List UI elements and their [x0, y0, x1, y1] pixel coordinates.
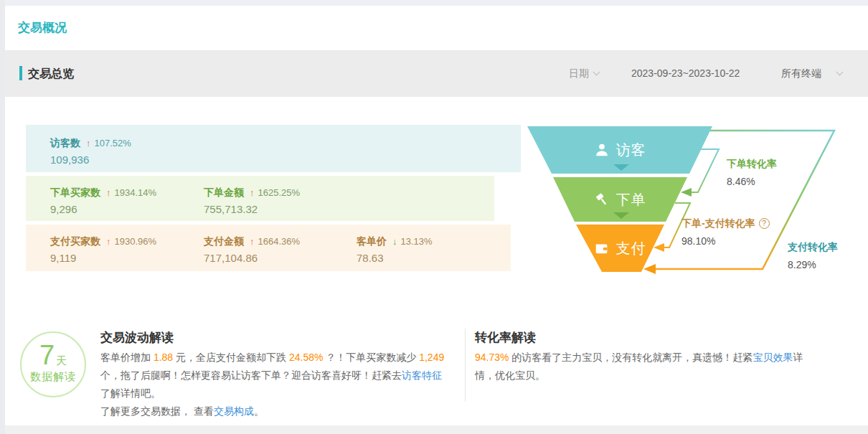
section-accent-bar: [19, 66, 22, 80]
text-segment: ？！下单买家数减少: [323, 352, 419, 363]
window-bottom-strip: [0, 425, 868, 434]
chevron-down-icon: [836, 69, 844, 76]
text-segment: 客单价增加: [100, 352, 154, 363]
highlight-number: 1,249: [419, 352, 444, 363]
funnel-stage-orders: 下单: [524, 188, 716, 211]
insight-paragraph: 94.73% 的访客看了主力宝贝，没有转化就离开，真遗憾！赶紧宝贝效果详情，优化…: [475, 349, 811, 385]
badge-caption: 数据解读: [22, 370, 85, 384]
transaction-overview-page: 交易概况 交易总览 日期 2023-09-23~2023-10-22 所有终端 …: [0, 0, 868, 434]
insight-paragraph: 客单价增加 1.88 元，全店支付金额却下跌 24.58% ？！下单买家数减少 …: [100, 349, 448, 402]
metric-change-pct: 1625.25%: [258, 187, 301, 198]
help-icon[interactable]: ?: [759, 218, 770, 229]
rate-value: 8.46%: [727, 176, 777, 187]
metric-value: 755,713.32: [204, 203, 300, 215]
trend-down-icon: ↓: [392, 236, 397, 247]
metric-value: 9,119: [50, 252, 156, 264]
metric-label: 访客数: [50, 137, 80, 148]
insight-heading-conversion: 转化率解读: [475, 329, 536, 346]
insight-text-conversion: 94.73% 的访客看了主力宝贝，没有转化就离开，真遗憾！赶紧宝贝效果详情，优化…: [475, 349, 811, 385]
metric-change-pct: 1934.14%: [115, 187, 157, 198]
rate-pay-conversion: 支付转化率 8.29%: [788, 241, 838, 270]
metric-label: 下单金额: [204, 187, 244, 198]
page-title: 交易概况: [18, 19, 67, 36]
metrics-row-payments: 支付买家数↑1930.96% 9,119 支付金额↑1664.36% 717,1…: [26, 225, 511, 271]
highlight-number: 1.88: [154, 352, 173, 363]
chevron-down-icon: [593, 69, 600, 76]
highlight-number: 94.73%: [475, 352, 509, 363]
window-left-strip: [0, 0, 5, 434]
metric-label: 下单买家数: [50, 187, 100, 198]
data-period-badge: 7 天 数据解读: [20, 331, 86, 397]
metric-label: 支付买家数: [50, 235, 100, 247]
rate-order-conversion: 下单转化率 8.46%: [727, 158, 777, 187]
metric-visitors: 访客数↑107.52% 109,936: [50, 137, 131, 166]
person-icon: [594, 142, 610, 158]
date-dropdown-label: 日期: [569, 67, 589, 79]
insight-heading-fluctuation: 交易波动解读: [100, 329, 174, 346]
rate-value: 8.29%: [788, 259, 838, 270]
gavel-icon: [594, 192, 610, 207]
text-segment: 元，全店支付金额却下跌: [173, 352, 289, 363]
metric-value: 717,104.86: [204, 252, 300, 264]
trend-up-icon: ↑: [86, 138, 91, 148]
metric-value: 109,936: [50, 154, 131, 166]
rate-value: 98.10%: [681, 235, 770, 247]
wallet-icon: [594, 240, 610, 256]
insight-text-fluctuation: 客单价增加 1.88 元，全店支付金额却下跌 24.58% ？！下单买家数减少 …: [100, 349, 448, 420]
badge-unit: 天: [56, 354, 67, 368]
metric-label: 客单价: [357, 235, 387, 247]
trend-up-icon: ↑: [106, 187, 111, 198]
terminal-dropdown-value: 所有终端: [781, 67, 821, 79]
metric-change-pct: 13.13%: [401, 236, 433, 247]
text-segment: 。: [254, 405, 264, 417]
text-segment: 了解更多交易数据， 查看: [100, 405, 214, 417]
inline-link[interactable]: 交易构成: [214, 405, 254, 417]
metric-label: 支付金额: [204, 235, 244, 247]
metric-change-pct: 1930.96%: [115, 236, 157, 247]
section-title: 交易总览: [28, 67, 74, 82]
metric-change-pct: 107.52%: [95, 138, 131, 148]
rate-order-pay-conversion: 下单-支付转化率? 98.10%: [681, 217, 770, 247]
rate-label: 下单-支付转化率: [681, 217, 755, 229]
terminal-dropdown[interactable]: 所有终端: [781, 67, 842, 80]
metric-value: 9,296: [50, 203, 156, 215]
metric-pay-buyers: 支付买家数↑1930.96% 9,119: [50, 235, 156, 264]
inline-link[interactable]: 宝贝效果: [753, 352, 793, 363]
funnel-stage-visitors: 访客: [524, 138, 716, 161]
date-range-value[interactable]: 2023-09-23~2023-10-22: [631, 67, 740, 79]
funnel-stage-label: 支付: [616, 239, 646, 258]
date-dropdown[interactable]: 日期: [569, 67, 599, 80]
trend-up-icon: ↑: [106, 236, 111, 247]
column-divider: [465, 329, 466, 402]
metrics-row-visitors: 访客数↑107.52% 109,936: [26, 125, 521, 172]
rate-label: 支付转化率: [788, 241, 838, 254]
metric-order-amount: 下单金额↑1625.25% 755,713.32: [204, 187, 300, 215]
metric-change-pct: 1664.36%: [258, 236, 301, 247]
text-segment: 了解详情吧。: [100, 387, 161, 399]
metric-order-buyers: 下单买家数↑1934.14% 9,296: [50, 187, 156, 215]
section-header-bar: 交易总览 日期 2023-09-23~2023-10-22 所有终端: [0, 50, 868, 97]
highlight-number: 24.58%: [289, 352, 323, 363]
trend-up-icon: ↑: [250, 236, 255, 247]
funnel-stage-label: 下单: [616, 190, 646, 209]
metric-value: 78.63: [357, 252, 433, 264]
trend-up-icon: ↑: [250, 187, 255, 198]
inline-link[interactable]: 访客特征: [402, 369, 442, 381]
rate-label: 下单转化率: [727, 158, 777, 171]
badge-number: 7: [39, 341, 55, 369]
window-top-strip: [0, 0, 868, 6]
funnel-stage-label: 访客: [616, 141, 646, 160]
text-segment: 的访客看了主力宝贝，没有转化就离开，真遗憾！赶紧: [509, 352, 753, 363]
text-segment: 个，拖了后腿啊！怎样更容易让访客下单？迎合访客喜好呀！赶紧去: [100, 369, 402, 381]
metrics-row-orders: 下单买家数↑1934.14% 9,296 下单金额↑1625.25% 755,7…: [26, 176, 494, 221]
insight-paragraph: 了解更多交易数据， 查看交易构成。: [100, 402, 448, 420]
metric-price-per-buyer: 客单价↓13.13% 78.63: [357, 235, 433, 264]
metric-pay-amount: 支付金额↑1664.36% 717,104.86: [204, 235, 300, 264]
conversion-funnel: 访客 下单 支付 下单转化率 8.46% 下单-支付转化率? 98.10% 支付…: [524, 118, 868, 283]
